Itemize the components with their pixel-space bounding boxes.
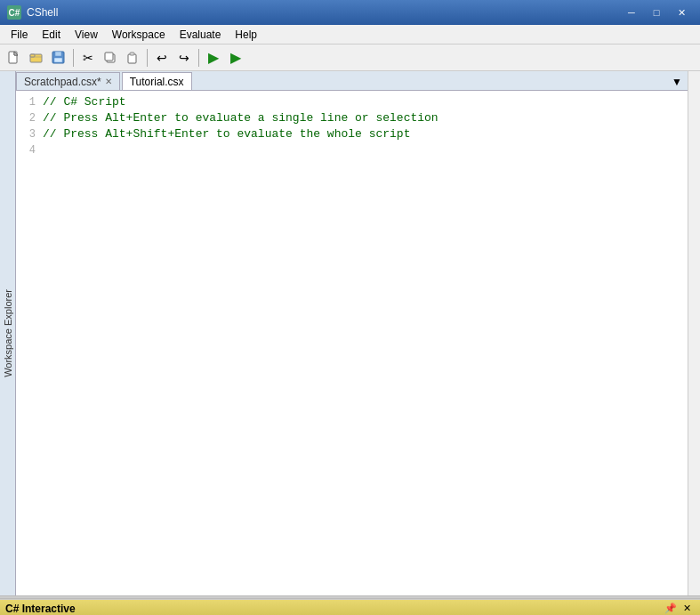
menu-workspace[interactable]: Workspace xyxy=(105,27,173,43)
tab-tutorial[interactable]: Tutorial.csx xyxy=(122,72,192,90)
menu-edit[interactable]: Edit xyxy=(35,27,68,43)
menu-evaluate[interactable]: Evaluate xyxy=(173,27,229,43)
save-file-button[interactable] xyxy=(48,47,69,69)
workspace-explorer-label: Workspace Explorer xyxy=(3,289,13,377)
code-line-1: 1 // C# Script xyxy=(16,94,688,110)
tab-scratchpad-close[interactable]: ✕ xyxy=(105,77,112,86)
cut-button[interactable]: ✂ xyxy=(77,47,99,69)
svg-rect-3 xyxy=(30,54,35,57)
run-line-button[interactable]: ▶ xyxy=(203,47,224,69)
code-text-2: // Press Alt+Enter to evaluate a single … xyxy=(43,110,688,126)
code-line-2: 2 // Press Alt+Enter to evaluate a singl… xyxy=(16,110,688,126)
line-num-2: 2 xyxy=(16,110,43,126)
line-num-4: 4 xyxy=(16,142,43,158)
title-text: CShell xyxy=(27,6,620,19)
menu-file[interactable]: File xyxy=(4,27,35,43)
panel-close-button[interactable]: ✕ xyxy=(679,602,695,616)
interactive-title: C# Interactive xyxy=(5,603,663,615)
code-line-3: 3 // Press Alt+Shift+Enter to evaluate t… xyxy=(16,126,688,142)
panel-pin-button[interactable]: 📌 xyxy=(663,602,679,616)
undo-button[interactable]: ↩ xyxy=(151,47,173,69)
redo-button[interactable]: ↪ xyxy=(173,47,195,69)
open-file-button[interactable] xyxy=(26,47,47,69)
line-num-3: 3 xyxy=(16,126,43,142)
maximize-button[interactable]: □ xyxy=(645,4,668,21)
code-line-4: 4 xyxy=(16,142,688,158)
tab-scratchpad[interactable]: Scratchpad.csx* ✕ xyxy=(16,72,120,90)
tab-scratchpad-label: Scratchpad.csx* xyxy=(24,76,101,88)
svg-rect-6 xyxy=(54,58,62,62)
code-text-1: // C# Script xyxy=(43,94,688,110)
svg-rect-8 xyxy=(105,53,113,61)
toolbar-separator-2 xyxy=(147,49,148,67)
toolbar-separator-1 xyxy=(73,49,74,67)
minimize-button[interactable]: ─ xyxy=(620,4,643,21)
app-icon: C# xyxy=(7,5,21,20)
toolbar-separator-3 xyxy=(198,49,199,67)
main-area: Workspace Explorer Scratchpad.csx* ✕ Tut… xyxy=(0,71,700,595)
menu-help[interactable]: Help xyxy=(228,27,264,43)
copy-button[interactable] xyxy=(100,47,121,69)
tab-bar: Scratchpad.csx* ✕ Tutorial.csx ▼ xyxy=(16,71,688,91)
tab-dropdown-button[interactable]: ▼ xyxy=(666,74,688,90)
svg-rect-5 xyxy=(55,52,61,56)
code-editor[interactable]: 1 // C# Script 2 // Press Alt+Enter to e… xyxy=(16,91,688,595)
interactive-header: C# Interactive 📌 ✕ xyxy=(0,600,700,615)
menu-bar: File Edit View Workspace Evaluate Help xyxy=(0,25,700,45)
tab-tutorial-label: Tutorial.csx xyxy=(130,76,184,88)
run-all-button[interactable]: ▶ xyxy=(225,47,246,69)
title-controls: ─ □ ✕ xyxy=(620,4,693,21)
editor-scrollbar[interactable] xyxy=(688,71,700,595)
svg-rect-10 xyxy=(130,53,134,55)
workspace-explorer-tab[interactable]: Workspace Explorer xyxy=(0,71,16,595)
line-num-1: 1 xyxy=(16,94,43,110)
menu-view[interactable]: View xyxy=(68,27,105,43)
paste-button[interactable] xyxy=(122,47,143,69)
title-bar: C# CShell ─ □ ✕ xyxy=(0,0,700,25)
close-button[interactable]: ✕ xyxy=(670,4,693,21)
interactive-panel: C# Interactive 📌 ✕ 1 CShell REPL (0.1.2.… xyxy=(0,599,700,615)
toolbar: ✂ ↩ ↪ ▶ ▶ xyxy=(0,45,700,71)
code-text-3: // Press Alt+Shift+Enter to evaluate the… xyxy=(43,126,688,142)
new-file-button[interactable] xyxy=(4,47,25,69)
editor-area: Scratchpad.csx* ✕ Tutorial.csx ▼ 1 // C#… xyxy=(16,71,688,595)
